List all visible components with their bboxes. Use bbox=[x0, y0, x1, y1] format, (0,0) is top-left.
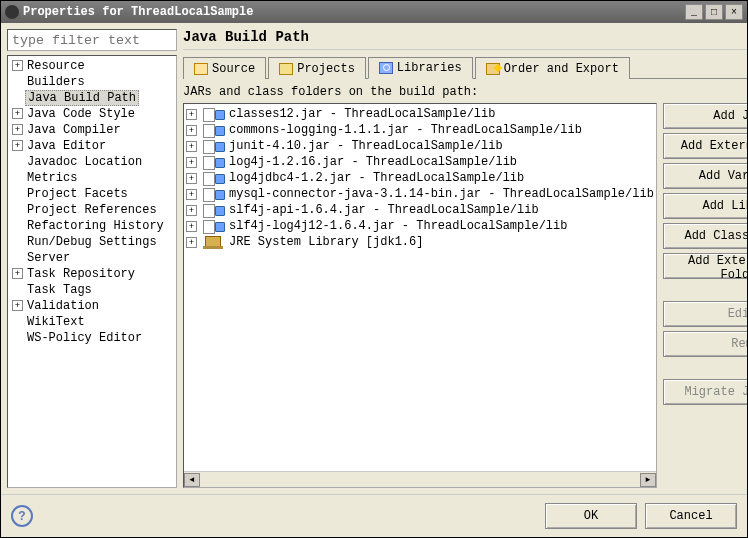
window-title: Properties for ThreadLocalSample bbox=[23, 5, 685, 19]
list-item[interactable]: +log4j-1.2.16.jar - ThreadLocalSample/li… bbox=[186, 154, 654, 170]
expand-icon[interactable]: + bbox=[186, 173, 197, 184]
expand-icon[interactable]: + bbox=[186, 189, 197, 200]
expand-icon[interactable]: + bbox=[12, 140, 23, 151]
list-item[interactable]: +commons-logging-1.1.1.jar - ThreadLocal… bbox=[186, 122, 654, 138]
tree-item-label: Task Tags bbox=[25, 283, 94, 297]
tab-projects[interactable]: Projects bbox=[268, 57, 366, 79]
list-item[interactable]: +slf4j-api-1.6.4.jar - ThreadLocalSample… bbox=[186, 202, 654, 218]
jar-list-pane[interactable]: +classes12.jar - ThreadLocalSample/lib+c… bbox=[183, 103, 657, 488]
add-library-button[interactable]: Add Library... bbox=[663, 193, 747, 219]
add-external-jars-button[interactable]: Add External JARs... bbox=[663, 133, 747, 159]
tree-item-label: Javadoc Location bbox=[25, 155, 144, 169]
tree-item[interactable]: +Java Editor bbox=[12, 138, 174, 154]
tree-item[interactable]: Javadoc Location bbox=[12, 154, 174, 170]
tree-item[interactable]: Project Facets bbox=[12, 186, 174, 202]
jar-icon bbox=[203, 188, 225, 200]
expand-icon[interactable]: + bbox=[12, 300, 23, 311]
expand-icon[interactable]: + bbox=[12, 108, 23, 119]
ok-button[interactable]: OK bbox=[545, 503, 637, 529]
jar-icon bbox=[203, 108, 225, 120]
jar-label: classes12.jar - ThreadLocalSample/lib bbox=[229, 107, 495, 121]
expand-icon[interactable]: + bbox=[12, 268, 23, 279]
tree-item-label: Server bbox=[25, 251, 72, 265]
jar-icon bbox=[203, 220, 225, 232]
tree-item-label: Java Compiler bbox=[25, 123, 123, 137]
expand-icon[interactable]: + bbox=[186, 205, 197, 216]
add-jars-button[interactable]: Add JARs... bbox=[663, 103, 747, 129]
list-item[interactable]: +slf4j-log4j12-1.6.4.jar - ThreadLocalSa… bbox=[186, 218, 654, 234]
scroll-right-button[interactable]: ► bbox=[640, 473, 656, 487]
add-external-class-folder-button[interactable]: Add External Class Folder... bbox=[663, 253, 747, 279]
tab-label: Libraries bbox=[397, 61, 462, 75]
jar-label: log4j-1.2.16.jar - ThreadLocalSample/lib bbox=[229, 155, 517, 169]
tree-item-label: Project References bbox=[25, 203, 159, 217]
tree-item-label: Java Build Path bbox=[25, 90, 139, 106]
tree-item[interactable]: Metrics bbox=[12, 170, 174, 186]
jar-label: slf4j-log4j12-1.6.4.jar - ThreadLocalSam… bbox=[229, 219, 567, 233]
tree-item[interactable]: Run/Debug Settings bbox=[12, 234, 174, 250]
tree-item[interactable]: Builders bbox=[12, 74, 174, 90]
tree-item-label: Run/Debug Settings bbox=[25, 235, 159, 249]
maximize-button[interactable]: □ bbox=[705, 4, 723, 20]
horizontal-scrollbar[interactable]: ◄ ► bbox=[184, 471, 656, 487]
jar-icon bbox=[203, 204, 225, 216]
tree-item[interactable]: Project References bbox=[12, 202, 174, 218]
category-tree[interactable]: +ResourceBuildersJava Build Path+Java Co… bbox=[7, 55, 177, 488]
tree-item[interactable]: +Validation bbox=[12, 298, 174, 314]
titlebar: Properties for ThreadLocalSample _ □ × bbox=[1, 1, 747, 23]
tree-item[interactable]: Task Tags bbox=[12, 282, 174, 298]
tree-item[interactable]: Refactoring History bbox=[12, 218, 174, 234]
order-icon bbox=[486, 63, 500, 75]
tree-item-label: Validation bbox=[25, 299, 101, 313]
tree-item[interactable]: Java Build Path bbox=[12, 90, 174, 106]
expand-icon[interactable]: + bbox=[12, 60, 23, 71]
expand-icon[interactable]: + bbox=[186, 157, 197, 168]
add-class-folder-button[interactable]: Add Class Folder... bbox=[663, 223, 747, 249]
expand-icon[interactable]: + bbox=[12, 124, 23, 135]
tree-item[interactable]: +Resource bbox=[12, 58, 174, 74]
scroll-left-button[interactable]: ◄ bbox=[184, 473, 200, 487]
tree-item[interactable]: Server bbox=[12, 250, 174, 266]
jar-label: log4jdbc4-1.2.jar - ThreadLocalSample/li… bbox=[229, 171, 524, 185]
tree-item[interactable]: WikiText bbox=[12, 314, 174, 330]
jar-icon bbox=[203, 172, 225, 184]
app-icon bbox=[5, 5, 19, 19]
list-item[interactable]: +classes12.jar - ThreadLocalSample/lib bbox=[186, 106, 654, 122]
tab-order[interactable]: Order and Export bbox=[475, 57, 630, 79]
list-item[interactable]: +junit-4.10.jar - ThreadLocalSample/lib bbox=[186, 138, 654, 154]
expand-icon[interactable]: + bbox=[186, 125, 197, 136]
close-button[interactable]: × bbox=[725, 4, 743, 20]
tab-source[interactable]: Source bbox=[183, 57, 266, 79]
list-item[interactable]: +log4jdbc4-1.2.jar - ThreadLocalSample/l… bbox=[186, 170, 654, 186]
tab-bar: SourceProjectsLibrariesOrder and Export bbox=[183, 56, 747, 79]
tree-item-label: WikiText bbox=[25, 315, 87, 329]
tree-item-label: Java Editor bbox=[25, 139, 108, 153]
cancel-button[interactable]: Cancel bbox=[645, 503, 737, 529]
expand-icon[interactable]: + bbox=[186, 141, 197, 152]
jar-label: JRE System Library [jdk1.6] bbox=[229, 235, 423, 249]
jar-icon bbox=[203, 124, 225, 136]
tree-item-label: Project Facets bbox=[25, 187, 130, 201]
page-title: Java Build Path bbox=[183, 29, 747, 45]
tree-item-label: Metrics bbox=[25, 171, 79, 185]
tab-label: Order and Export bbox=[504, 62, 619, 76]
list-item[interactable]: +JRE System Library [jdk1.6] bbox=[186, 234, 654, 250]
expand-icon[interactable]: + bbox=[186, 109, 197, 120]
tab-libraries[interactable]: Libraries bbox=[368, 57, 473, 79]
list-item[interactable]: +mysql-connector-java-3.1.14-bin.jar - T… bbox=[186, 186, 654, 202]
tree-item[interactable]: +Java Code Style bbox=[12, 106, 174, 122]
tree-item[interactable]: +Task Repository bbox=[12, 266, 174, 282]
source-icon bbox=[194, 63, 208, 75]
tree-item-label: Task Repository bbox=[25, 267, 137, 281]
filter-input[interactable] bbox=[7, 29, 177, 51]
help-icon[interactable]: ? bbox=[11, 505, 33, 527]
minimize-button[interactable]: _ bbox=[685, 4, 703, 20]
tree-item[interactable]: WS-Policy Editor bbox=[12, 330, 174, 346]
add-variable-button[interactable]: Add Variable... bbox=[663, 163, 747, 189]
expand-icon[interactable]: + bbox=[186, 237, 197, 248]
jar-label: slf4j-api-1.6.4.jar - ThreadLocalSample/… bbox=[229, 203, 539, 217]
edit-button: Edit... bbox=[663, 301, 747, 327]
projects-icon bbox=[279, 63, 293, 75]
tree-item[interactable]: +Java Compiler bbox=[12, 122, 174, 138]
expand-icon[interactable]: + bbox=[186, 221, 197, 232]
